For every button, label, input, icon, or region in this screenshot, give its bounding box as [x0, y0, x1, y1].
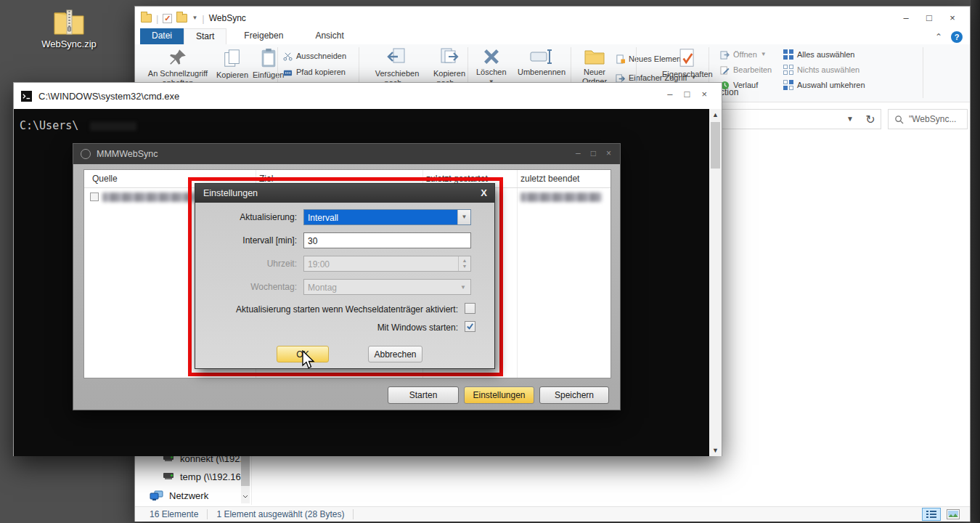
maximize-button[interactable]: □ — [685, 89, 690, 100]
tab-ansicht[interactable]: Ansicht — [303, 28, 355, 44]
cancel-button[interactable]: Abbrechen — [368, 346, 422, 362]
help-icon[interactable]: ? — [951, 31, 963, 43]
spinner-arrows-icon: ▲▼ — [458, 256, 470, 271]
autostart-label: Mit Windows starten: — [195, 323, 458, 333]
new-item-icon — [616, 54, 625, 64]
minimize-button[interactable]: – — [576, 148, 581, 158]
scroll-up-icon[interactable]: ▲ — [709, 109, 722, 121]
search-input-text: "WebSync... — [909, 114, 956, 124]
weekday-label: Wochentag: — [195, 282, 297, 292]
copy-to-icon — [438, 48, 460, 67]
cmd-window-title: C:\WINDOWS\system32\cmd.exe — [38, 91, 179, 102]
cmd-scrollbar-thumb[interactable] — [711, 122, 720, 169]
sidebar-item-netzwerk[interactable]: Netzwerk — [150, 487, 208, 504]
explorer-titlebar: | ✓ ▼ | WebSync – □ × — [135, 7, 970, 28]
copy-path-button[interactable]: Pfad kopieren — [283, 65, 346, 79]
weekday-value: Montag — [308, 283, 337, 293]
status-selection: 1 Element ausgewählt (28 Bytes) — [216, 509, 344, 519]
app-icon — [81, 149, 91, 159]
invert-selection-icon — [783, 80, 793, 90]
update-mode-value: Intervall — [308, 213, 338, 223]
delete-button[interactable]: Löschen ▼ — [473, 46, 510, 85]
edit-button[interactable]: Bearbeiten — [720, 62, 772, 77]
combo-drop-button[interactable]: ▼ — [457, 210, 470, 224]
search-icon — [894, 115, 904, 124]
redacted-source-path — [102, 192, 198, 202]
desktop-edge-shade — [971, 0, 980, 523]
refresh-button[interactable]: ↻ — [860, 109, 881, 129]
details-view-button[interactable] — [922, 508, 941, 521]
autostart-checkbox[interactable] — [465, 321, 475, 332]
time-spinner: 19:00 ▲▼ — [303, 256, 471, 272]
qat-properties-icon[interactable]: ✓ — [163, 14, 172, 23]
select-all-icon — [783, 49, 793, 60]
nav-scroll-down-button[interactable] — [241, 490, 250, 502]
start-button[interactable]: Starten — [388, 386, 459, 404]
row-checkbox[interactable] — [90, 192, 99, 201]
new-folder-button[interactable]: Neuer Ordner — [575, 46, 614, 86]
invert-selection-button[interactable]: Auswahl umkehren — [783, 78, 865, 92]
network-drive-icon — [163, 472, 174, 481]
maximize-button[interactable]: □ — [918, 10, 941, 25]
select-none-icon — [783, 65, 793, 75]
tab-start[interactable]: Start — [184, 28, 226, 44]
update-mode-combobox[interactable]: Intervall ▼ — [303, 209, 471, 225]
weekday-combobox: Montag ▼ — [303, 279, 471, 295]
cut-button[interactable]: Ausschneiden — [283, 49, 346, 63]
interval-input[interactable]: 30 — [303, 232, 471, 248]
qat-new-folder-icon[interactable] — [176, 14, 187, 23]
cmd-scrollbar-track[interactable]: ▲ ▼ — [709, 109, 722, 456]
qat-separator: | — [202, 13, 204, 24]
thumbnail-view-icon — [947, 509, 960, 519]
refresh-icon: ↻ — [865, 113, 875, 126]
removable-media-label: Aktualisierung starten wenn Wechseldaten… — [195, 304, 458, 315]
desktop-icon-label: WebSync.zip — [29, 38, 109, 49]
path-icon — [283, 68, 293, 77]
minimize-button[interactable]: – — [667, 89, 672, 100]
properties-button[interactable]: Eigenschaften ▼ — [659, 46, 716, 87]
column-separator — [517, 170, 518, 378]
maximize-button[interactable]: □ — [591, 148, 596, 158]
select-all-button[interactable]: Alles auswählen — [783, 47, 855, 62]
details-view-icon — [926, 510, 937, 519]
qat-dropdown-icon[interactable]: ▼ — [192, 15, 197, 21]
close-icon[interactable]: X — [481, 187, 487, 198]
settings-button[interactable]: Einstellungen — [464, 386, 534, 404]
save-button[interactable]: Speichern — [539, 386, 609, 404]
minimize-button[interactable]: – — [894, 10, 918, 25]
removable-media-checkbox[interactable] — [465, 303, 475, 314]
easy-access-icon — [616, 73, 625, 83]
close-button[interactable]: × — [941, 10, 964, 25]
edit-icon — [720, 65, 730, 75]
ribbon-separator — [923, 47, 923, 98]
thumbnail-view-button[interactable] — [944, 508, 963, 521]
mouse-cursor — [301, 350, 317, 370]
console-prompt: C:\Users\ — [20, 119, 78, 132]
tab-freigeben[interactable]: Freigeben — [232, 28, 295, 44]
status-bar: 16 Elemente 1 Element ausgewählt (28 Byt… — [135, 506, 970, 522]
rename-button[interactable]: Umbenennen — [515, 46, 568, 77]
open-button[interactable]: Öffnen▼ — [720, 47, 767, 62]
select-none-button[interactable]: Nichts auswählen — [783, 62, 859, 77]
search-box[interactable]: "WebSync... — [888, 109, 968, 129]
desktop-icon-websync-zip[interactable]: WebSync.zip — [29, 7, 109, 65]
tab-datei[interactable]: Datei — [140, 28, 184, 44]
copy-button[interactable]: Kopieren — [213, 46, 251, 80]
sidebar-item-temp[interactable]: temp (\\192.168. — [163, 468, 249, 485]
paste-button[interactable]: Einfügen — [250, 46, 287, 80]
close-button[interactable]: × — [701, 89, 707, 100]
zip-folder-icon — [52, 7, 86, 36]
redacted-last-finished — [520, 192, 602, 202]
address-dropdown-icon[interactable]: ▼ — [846, 115, 854, 123]
explorer-app-icon — [141, 14, 152, 23]
scroll-down-icon[interactable]: ▼ — [709, 445, 722, 456]
update-mode-label: Aktualisierung: — [195, 212, 297, 222]
column-header-zuletzt-beendet[interactable]: zuletzt beendet — [520, 174, 579, 184]
close-button[interactable]: × — [606, 148, 611, 158]
chevron-down-icon: ▼ — [462, 214, 467, 220]
column-header-quelle[interactable]: Quelle — [92, 174, 118, 184]
redacted-username — [90, 122, 136, 131]
chevron-down-icon: ▼ — [761, 52, 767, 57]
collapse-ribbon-icon[interactable]: ⌃ — [935, 32, 942, 42]
app-window-title: MMMWebSync — [97, 149, 158, 159]
